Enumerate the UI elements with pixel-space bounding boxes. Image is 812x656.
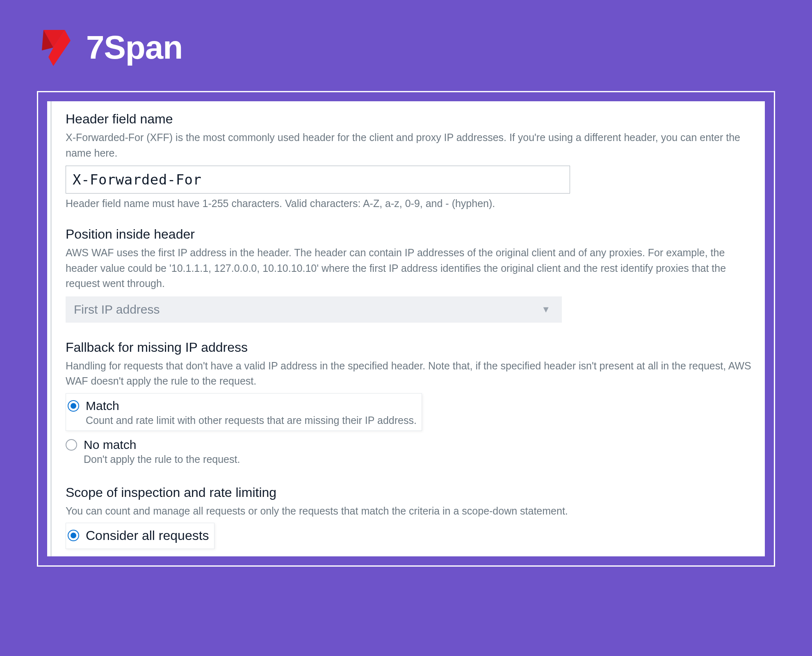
panel-frame: Header field name X-Forwarded-For (XFF) … bbox=[37, 91, 775, 567]
position-select-value: First IP address bbox=[74, 303, 160, 317]
scope-option-label: Consider all requests bbox=[86, 527, 209, 544]
fallback-option-sub: Don't apply the rule to the request. bbox=[84, 453, 240, 465]
fallback-radio-group: Match Count and rate limit with other re… bbox=[66, 393, 757, 468]
header-field-input[interactable] bbox=[66, 166, 570, 194]
radio-icon bbox=[68, 400, 79, 412]
fallback-option-match[interactable]: Match Count and rate limit with other re… bbox=[66, 393, 422, 431]
fallback-description: Handling for requests that don't have a … bbox=[66, 358, 757, 389]
chevron-down-icon: ▼ bbox=[541, 304, 550, 315]
brand-name: 7Span bbox=[86, 29, 182, 66]
scope-option-label: Only consider requests that match the cr… bbox=[84, 555, 459, 556]
header-field-description: X-Forwarded-For (XFF) is the most common… bbox=[66, 130, 757, 161]
fallback-title: Fallback for missing IP address bbox=[66, 340, 757, 355]
position-description: AWS WAF uses the first IP address in the… bbox=[66, 245, 757, 292]
scope-radio-group: Consider all requests Only consider requ… bbox=[66, 523, 757, 556]
scope-option-all[interactable]: Consider all requests bbox=[66, 523, 214, 549]
scope-option-statement[interactable]: Only consider requests that match the cr… bbox=[66, 552, 757, 556]
scope-description: You can count and manage all requests or… bbox=[66, 503, 757, 519]
fallback-option-label: Match bbox=[86, 398, 417, 414]
position-title: Position inside header bbox=[66, 227, 757, 242]
position-select[interactable]: First IP address ▼ bbox=[66, 296, 562, 323]
header-field-hint: Header field name must have 1-255 charac… bbox=[66, 198, 757, 210]
fallback-option-no-match[interactable]: No match Don't apply the rule to the req… bbox=[66, 434, 757, 468]
brand-mark-icon bbox=[41, 29, 78, 66]
header-field-title: Header field name bbox=[66, 112, 757, 127]
radio-icon bbox=[66, 439, 77, 451]
radio-icon bbox=[68, 530, 79, 541]
scope-title: Scope of inspection and rate limiting bbox=[66, 485, 757, 500]
settings-panel: Header field name X-Forwarded-For (XFF) … bbox=[47, 101, 765, 556]
fallback-option-label: No match bbox=[84, 437, 240, 453]
fallback-option-sub: Count and rate limit with other requests… bbox=[86, 415, 417, 426]
brand-logo: 7Span bbox=[41, 29, 783, 66]
